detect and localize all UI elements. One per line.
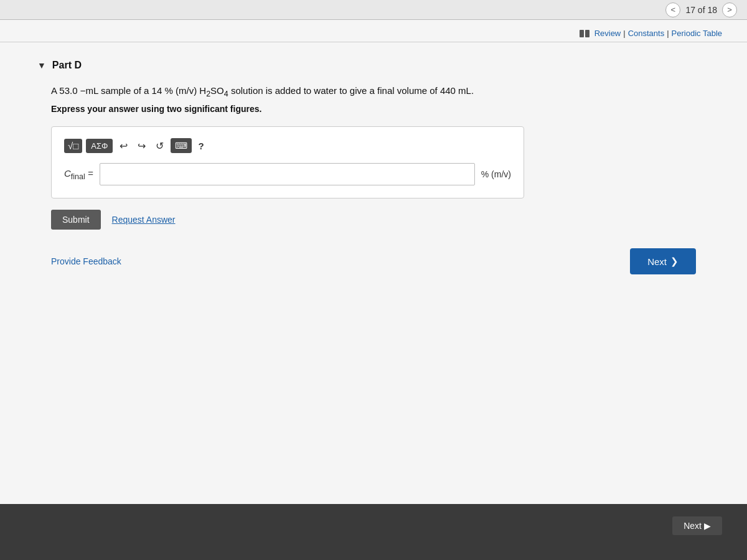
help-button[interactable]: ? bbox=[195, 139, 206, 152]
review-link[interactable]: Review bbox=[594, 29, 621, 38]
refresh-button[interactable]: ↺ bbox=[153, 139, 167, 153]
next-page-button[interactable]: > bbox=[722, 2, 737, 17]
bottom-bar: Next ▶ bbox=[0, 504, 747, 560]
review-icon bbox=[580, 30, 590, 37]
redo-button[interactable]: ↪ bbox=[134, 139, 149, 153]
main-content: Review | Constants | Periodic Table ▼ Pa… bbox=[0, 20, 747, 560]
keyboard-button[interactable]: ⌨ bbox=[171, 138, 192, 153]
button-row: Submit Request Answer bbox=[51, 210, 710, 230]
periodic-table-link[interactable]: Periodic Table bbox=[672, 29, 722, 38]
provide-feedback-link[interactable]: Provide Feedback bbox=[51, 256, 121, 266]
greek-symbols-button[interactable]: ΑΣΦ bbox=[86, 139, 113, 153]
submit-button[interactable]: Submit bbox=[51, 210, 101, 230]
request-answer-button[interactable]: Request Answer bbox=[112, 215, 176, 225]
part-collapse-arrow[interactable]: ▼ bbox=[37, 60, 46, 70]
part-header: ▼ Part D bbox=[37, 60, 710, 71]
next-main-button[interactable]: Next ❯ bbox=[630, 248, 696, 274]
part-title: Part D bbox=[52, 60, 82, 71]
input-row: Cfinal = % (m/v) bbox=[64, 163, 511, 185]
undo-button[interactable]: ↩ bbox=[116, 139, 131, 153]
prev-page-button[interactable]: < bbox=[665, 2, 680, 17]
next-main-arrow: ❯ bbox=[670, 256, 679, 267]
page-indicator: 17 of 18 bbox=[685, 5, 717, 15]
next-bottom-button[interactable]: Next ▶ bbox=[672, 516, 722, 535]
answer-input[interactable] bbox=[100, 163, 475, 185]
c-final-label: Cfinal = bbox=[64, 168, 93, 181]
separator-1: | bbox=[623, 29, 625, 38]
instruction-text: Express your answer using two significan… bbox=[51, 104, 710, 114]
separator-2: | bbox=[667, 29, 669, 38]
answer-box: √□ ΑΣΦ ↩ ↪ ↺ ⌨ ? Cfinal = % (m/v) bbox=[51, 126, 524, 198]
unit-label: % (m/v) bbox=[481, 169, 511, 179]
review-bar: Review | Constants | Periodic Table bbox=[0, 20, 747, 42]
next-main-label: Next bbox=[647, 256, 667, 267]
math-input-button[interactable]: √□ bbox=[64, 139, 82, 153]
next-bottom-arrow: ▶ bbox=[704, 521, 711, 531]
top-navigation-bar: < 17 of 18 > bbox=[0, 0, 747, 20]
constants-link[interactable]: Constants bbox=[628, 29, 665, 38]
question-text: A 53.0 −mL sample of a 14 % (m/v) H2SO4 … bbox=[51, 83, 710, 100]
next-bottom-label: Next bbox=[684, 521, 702, 531]
feedback-next-row: Provide Feedback Next ❯ bbox=[37, 248, 710, 274]
review-links: Review | Constants | Periodic Table bbox=[580, 29, 722, 38]
answer-toolbar: √□ ΑΣΦ ↩ ↪ ↺ ⌨ ? bbox=[64, 138, 511, 153]
content-area: ▼ Part D A 53.0 −mL sample of a 14 % (m/… bbox=[0, 42, 747, 287]
